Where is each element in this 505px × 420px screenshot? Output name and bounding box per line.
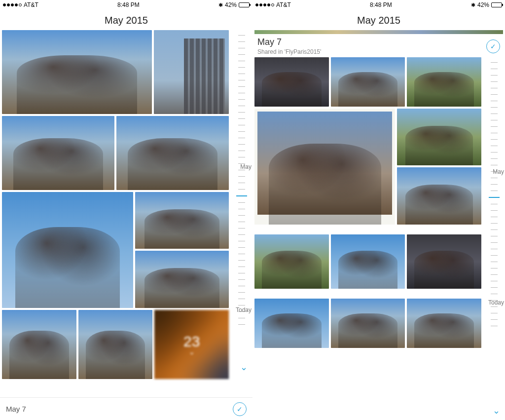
photo-grid[interactable]: 23 ⌄ bbox=[0, 30, 231, 397]
carrier-label: AT&T bbox=[24, 1, 38, 8]
screen-left: AT&T 8:48 PM ✱ 42% May 2015 bbox=[0, 0, 252, 420]
timeline-today-label: Today bbox=[488, 299, 504, 306]
timeline-today-label: Today bbox=[236, 306, 252, 313]
section-date: May 7 bbox=[257, 37, 321, 47]
status-right: ✱ 42% bbox=[471, 1, 502, 8]
page-title: May 2015 bbox=[252, 10, 505, 30]
footer-date: May 7 bbox=[6, 405, 26, 413]
clock: 8:48 PM bbox=[117, 1, 140, 8]
check-icon: ✓ bbox=[490, 42, 496, 50]
photo-thumb[interactable] bbox=[2, 116, 114, 190]
bluetooth-icon: ✱ bbox=[218, 2, 223, 8]
status-bar: AT&T 8:48 PM ✱ 42% bbox=[0, 0, 252, 10]
battery-pct: 42% bbox=[477, 1, 489, 8]
status-left: AT&T bbox=[255, 1, 291, 8]
signal-strength-icon bbox=[3, 3, 22, 6]
footer: May 7 ✓ bbox=[0, 397, 252, 420]
status-left: AT&T bbox=[3, 1, 38, 8]
battery-icon bbox=[239, 2, 250, 7]
expand-chevron-icon[interactable]: ⌄ bbox=[493, 405, 500, 416]
photo-thumb[interactable] bbox=[407, 299, 481, 348]
photo-thumb[interactable] bbox=[397, 109, 481, 165]
photo-thumb[interactable] bbox=[2, 192, 133, 308]
photo-thumb[interactable] bbox=[135, 192, 229, 249]
photo-thumb[interactable] bbox=[407, 234, 481, 289]
photo-thumb[interactable] bbox=[331, 234, 405, 289]
select-toggle-button[interactable]: ✓ bbox=[486, 39, 500, 53]
battery-pct: 42% bbox=[225, 1, 237, 8]
preview-strip bbox=[254, 30, 503, 34]
photo-thumb[interactable] bbox=[254, 57, 329, 107]
photo-thumb[interactable] bbox=[135, 251, 229, 308]
clock: 8:48 PM bbox=[370, 1, 392, 8]
timeline-scrubber[interactable]: May Today bbox=[231, 30, 252, 397]
photo-thumb[interactable] bbox=[254, 299, 329, 348]
photo-grid[interactable] bbox=[252, 57, 483, 420]
timeline-scrubber[interactable]: May Today bbox=[483, 57, 505, 420]
timeline-month-label: May bbox=[240, 163, 252, 170]
content: May Today ⌄ bbox=[252, 57, 505, 420]
photo-thumb[interactable] bbox=[2, 310, 76, 379]
photo-thumb[interactable] bbox=[2, 30, 152, 114]
section-subtitle: Shared in 'FlyParis2015' bbox=[257, 48, 321, 55]
check-icon: ✓ bbox=[237, 405, 243, 413]
expand-chevron-icon[interactable]: ⌄ bbox=[240, 362, 248, 373]
chevron-down-icon: ⌄ bbox=[189, 348, 195, 356]
photo-thumb[interactable] bbox=[407, 57, 481, 107]
more-count: 23 bbox=[183, 333, 200, 350]
section-header: May 7 Shared in 'FlyParis2015' ✓ bbox=[252, 34, 505, 57]
photo-thumb[interactable] bbox=[78, 310, 153, 379]
signal-strength-icon bbox=[255, 3, 274, 6]
status-bar: AT&T 8:48 PM ✱ 42% bbox=[252, 0, 505, 10]
photo-thumb[interactable] bbox=[331, 57, 405, 107]
status-right: ✱ 42% bbox=[218, 1, 250, 8]
page-title: May 2015 bbox=[0, 10, 252, 30]
bluetooth-icon: ✱ bbox=[471, 2, 475, 8]
photo-thumb[interactable] bbox=[116, 116, 229, 190]
photo-thumb[interactable] bbox=[331, 299, 405, 348]
photo-thumb[interactable] bbox=[154, 30, 229, 114]
screen-right: AT&T 8:48 PM ✱ 42% May 2015 May 7 Shared… bbox=[252, 0, 505, 420]
content: 23 ⌄ May Today ⌄ bbox=[0, 30, 252, 397]
photo-thumb[interactable] bbox=[254, 234, 329, 289]
select-toggle-button[interactable]: ✓ bbox=[233, 402, 247, 416]
photo-thumb[interactable] bbox=[397, 167, 481, 225]
photo-thumb[interactable] bbox=[254, 109, 395, 225]
carrier-label: AT&T bbox=[276, 1, 291, 8]
battery-icon bbox=[491, 2, 502, 7]
timeline-month-label: May bbox=[493, 168, 504, 175]
more-photos-tile[interactable]: 23 ⌄ bbox=[154, 310, 229, 379]
